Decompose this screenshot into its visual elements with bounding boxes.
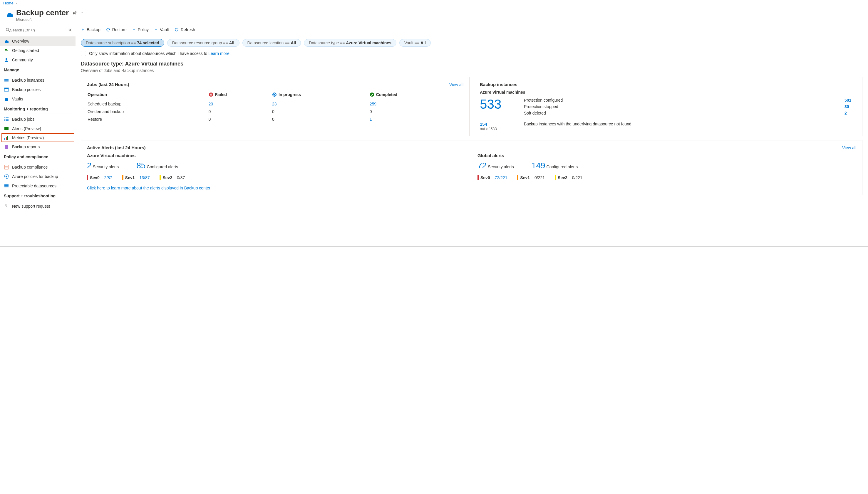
sidebar-item-overview[interactable]: Overview xyxy=(0,36,75,46)
refresh-button[interactable]: Refresh xyxy=(174,27,195,32)
vault-button[interactable]: ＋Vault xyxy=(154,27,169,32)
sidebar-item-new-support[interactable]: New support request xyxy=(0,202,75,211)
alerts-vm-column: Azure Virtual machines 2Security alerts … xyxy=(87,153,466,180)
svg-rect-9 xyxy=(4,138,5,140)
table-row: Restore001 xyxy=(88,116,463,123)
policy-icon xyxy=(4,174,9,179)
svg-rect-4 xyxy=(4,80,8,81)
stat-value[interactable]: 30 xyxy=(845,104,856,109)
sidebar-item-label: Backup reports xyxy=(12,145,40,149)
sidebar-item-backup-reports[interactable]: Backup reports xyxy=(0,142,75,152)
sev1[interactable]: Sev1 0/221 xyxy=(517,175,545,180)
sidebar-item-backup-jobs[interactable]: Backup jobs xyxy=(0,115,75,124)
page-subtitle: Microsoft xyxy=(16,17,69,22)
job-value[interactable]: 23 xyxy=(272,100,369,108)
security-alerts[interactable]: 72Security alerts xyxy=(478,161,514,170)
sev1[interactable]: Sev1 13/87 xyxy=(122,175,150,180)
sidebar-item-protectable[interactable]: Protectable datasources xyxy=(0,181,75,191)
alerts-card: Active Alerts (last 24 Hours) View all A… xyxy=(81,140,863,195)
total-instances[interactable]: 533 xyxy=(480,97,512,112)
security-alerts[interactable]: 2Security alerts xyxy=(87,161,119,170)
instances-note: Backup instances with the underlying dat… xyxy=(524,121,856,131)
pin-icon[interactable] xyxy=(73,11,78,15)
sidebar-item-label: Alerts (Preview) xyxy=(12,126,41,131)
svg-point-18 xyxy=(5,204,7,206)
configured-alerts[interactable]: 85Configured alerts xyxy=(136,161,178,170)
restore-button[interactable]: Restore xyxy=(106,27,127,32)
filter-vault[interactable]: Vault == All xyxy=(399,39,431,47)
search-input[interactable] xyxy=(4,26,64,34)
sidebar-item-label: Getting started xyxy=(12,48,39,53)
metrics-icon xyxy=(4,135,9,140)
svg-point-2 xyxy=(5,58,7,60)
col-operation: Operation xyxy=(88,91,208,100)
card-title: Backup instances xyxy=(480,82,517,87)
svg-rect-5 xyxy=(4,81,8,82)
job-value[interactable]: 259 xyxy=(370,100,463,108)
view-all-link[interactable]: View all xyxy=(449,82,463,87)
backup-button[interactable]: ＋Backup xyxy=(81,27,100,32)
more-icon[interactable]: ··· xyxy=(80,11,85,15)
vault-icon xyxy=(4,96,9,102)
sidebar-item-alerts[interactable]: Alerts (Preview) xyxy=(0,124,75,133)
sidebar-group-manage: Manage xyxy=(0,64,72,74)
alerts-global-column: Global alerts 72Security alerts 149Confi… xyxy=(478,153,856,180)
svg-point-0 xyxy=(6,28,9,31)
svg-rect-10 xyxy=(6,137,7,140)
completed-icon xyxy=(370,92,374,97)
support-icon xyxy=(4,204,9,209)
sidebar-item-backup-instances[interactable]: Backup instances xyxy=(0,75,75,85)
access-checkbox[interactable] xyxy=(81,51,86,56)
plus-icon: ＋ xyxy=(154,27,158,32)
plus-icon: ＋ xyxy=(81,27,85,32)
filter-location[interactable]: Datasource location == All xyxy=(242,39,301,47)
flag-icon xyxy=(4,48,9,53)
sidebar-item-vaults[interactable]: Vaults xyxy=(0,94,75,104)
sidebar-item-metrics[interactable]: Metrics (Preview) xyxy=(1,133,74,142)
alerts-learn-link[interactable]: Click here to learn more about the alert… xyxy=(87,186,856,190)
sidebar-item-backup-compliance[interactable]: Backup compliance xyxy=(0,163,75,172)
sidebar-item-label: New support request xyxy=(12,204,50,209)
job-value[interactable]: 1 xyxy=(370,116,463,123)
col-progress: In progress xyxy=(272,91,369,100)
sidebar-item-azure-policies[interactable]: Azure policies for backup xyxy=(0,172,75,181)
plus-icon: ＋ xyxy=(132,27,136,32)
instances-subtitle: Azure Virtual machines xyxy=(480,90,856,95)
svg-rect-17 xyxy=(4,186,8,187)
learn-more-link[interactable]: Learn more. xyxy=(208,51,230,56)
sidebar-item-backup-policies[interactable]: Backup policies xyxy=(0,85,75,94)
view-all-link[interactable]: View all xyxy=(842,145,856,150)
job-value[interactable]: 20 xyxy=(209,100,272,108)
section-title: Datasource type: Azure Virtual machines xyxy=(75,60,868,68)
sub-count[interactable]: 154 xyxy=(480,121,512,127)
cloud-icon xyxy=(4,38,9,44)
sev2-bar-icon xyxy=(160,175,161,180)
breadcrumb-home[interactable]: Home xyxy=(3,1,14,5)
stat-label: Soft deleted xyxy=(524,111,546,115)
stat-value[interactable]: 2 xyxy=(845,111,856,115)
sidebar-item-getting-started[interactable]: Getting started xyxy=(0,46,75,55)
filter-subscription[interactable]: Datasource subscription == 74 selected xyxy=(81,39,164,47)
datasource-icon xyxy=(4,183,9,189)
configured-alerts[interactable]: 149Configured alerts xyxy=(532,161,578,170)
sev0[interactable]: Sev0 72/221 xyxy=(478,175,507,180)
sidebar-item-label: Backup jobs xyxy=(12,117,34,121)
collapse-sidebar-icon[interactable] xyxy=(67,28,73,32)
policy-button[interactable]: ＋Policy xyxy=(132,27,149,32)
sev0[interactable]: Sev0 2/87 xyxy=(87,175,112,180)
filter-resource-group[interactable]: Datasource resource group == All xyxy=(167,39,239,47)
stat-value[interactable]: 501 xyxy=(845,98,856,102)
compliance-icon xyxy=(4,165,9,170)
svg-point-21 xyxy=(370,93,374,97)
sidebar-item-label: Vaults xyxy=(12,97,23,101)
sev2[interactable]: Sev2 0/221 xyxy=(555,175,583,180)
filter-type[interactable]: Datasource type == Azure Virtual machine… xyxy=(304,39,396,47)
svg-rect-16 xyxy=(4,185,8,186)
card-title: Jobs (last 24 Hours) xyxy=(87,82,129,87)
table-row: Scheduled backup2023259 xyxy=(88,100,463,108)
sev2[interactable]: Sev2 0/87 xyxy=(160,175,185,180)
svg-point-15 xyxy=(5,176,7,177)
toolbar: ＋Backup Restore ＋Policy ＋Vault Refresh xyxy=(75,25,868,35)
progress-icon xyxy=(272,92,277,97)
sidebar-item-community[interactable]: Community xyxy=(0,55,75,64)
